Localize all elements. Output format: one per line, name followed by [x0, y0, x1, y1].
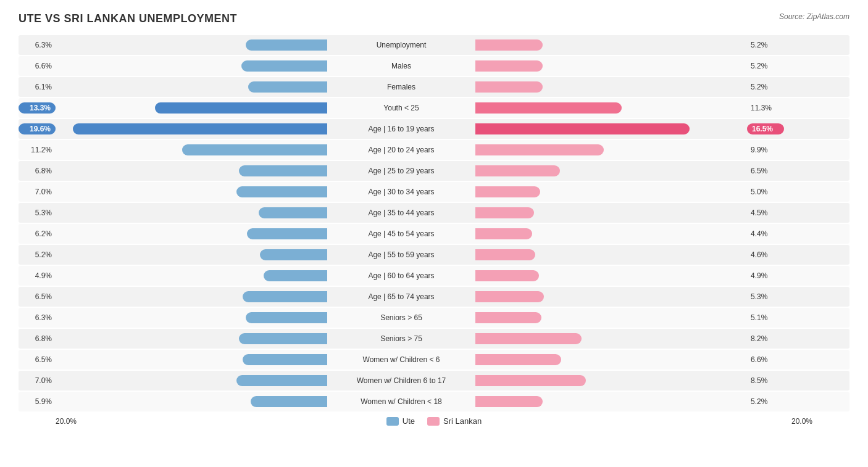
right-bar	[475, 123, 690, 134]
right-bar	[475, 165, 560, 176]
left-bar-wrap	[56, 60, 327, 72]
row-label: Age | 45 to 54 years	[327, 229, 475, 238]
right-bar	[475, 186, 540, 197]
right-bar	[475, 354, 561, 365]
left-bar	[155, 102, 327, 114]
right-value: 11.3%	[747, 104, 784, 112]
left-value: 6.8%	[19, 334, 56, 343]
bar-row: 6.5% Women w/ Children < 6 6.6%	[19, 350, 849, 370]
left-bar-wrap	[56, 228, 327, 239]
scale-left: 20.0%	[56, 417, 77, 426]
row-label: Women w/ Children 6 to 17	[327, 376, 475, 385]
right-value: 4.9%	[747, 271, 784, 280]
row-label: Females	[327, 83, 475, 91]
left-bar	[246, 39, 327, 51]
right-bar-wrap	[475, 375, 747, 386]
right-bar	[475, 270, 539, 281]
row-inner: 6.2% Age | 45 to 54 years 4.4%	[19, 226, 849, 241]
row-label: Age | 35 to 44 years	[327, 209, 475, 217]
left-bar	[241, 60, 327, 72]
left-bar	[236, 186, 327, 197]
right-value: 16.5%	[747, 123, 784, 134]
row-label: Age | 30 to 34 years	[327, 188, 475, 196]
chart-container: UTE VS SRI LANKAN UNEMPLOYMENT Source: Z…	[19, 12, 849, 426]
chart-source: Source: ZipAtlas.com	[779, 12, 849, 21]
right-bar-wrap	[475, 270, 747, 281]
left-bar	[248, 81, 327, 93]
bar-row: 7.0% Women w/ Children 6 to 17 8.5%	[19, 371, 849, 391]
right-bar-wrap	[475, 312, 747, 323]
left-value: 7.0%	[19, 188, 56, 196]
row-label: Age | 55 to 59 years	[327, 250, 475, 259]
left-bar-wrap	[56, 375, 327, 386]
row-inner: 6.5% Age | 65 to 74 years 5.3%	[19, 289, 849, 304]
right-bar	[475, 144, 604, 155]
left-bar	[259, 207, 327, 218]
row-inner: 5.2% Age | 55 to 59 years 4.6%	[19, 247, 849, 262]
left-bar	[243, 354, 327, 365]
right-value: 5.1%	[747, 313, 784, 322]
row-label: Age | 20 to 24 years	[327, 146, 475, 154]
right-bar	[475, 396, 543, 407]
left-bar	[182, 144, 327, 155]
left-value: 11.2%	[19, 146, 56, 154]
row-label: Seniors > 75	[327, 334, 475, 343]
left-value: 5.2%	[19, 250, 56, 259]
bar-row: 5.9% Women w/ Children < 18 5.2%	[19, 392, 849, 411]
legend-srilanka: Sri Lankan	[427, 416, 482, 426]
left-bar-wrap	[56, 165, 327, 176]
left-value: 19.6%	[19, 123, 56, 134]
left-bar-wrap	[56, 312, 327, 323]
bar-row: 7.0% Age | 30 to 34 years 5.0%	[19, 182, 849, 202]
left-bar-wrap	[56, 39, 327, 51]
row-inner: 13.3% Youth < 25 11.3%	[19, 101, 849, 115]
right-value: 8.2%	[747, 334, 784, 343]
bar-row: 4.9% Age | 60 to 64 years 4.9%	[19, 266, 849, 286]
right-value: 5.2%	[747, 41, 784, 49]
legend: Ute Sri Lankan	[386, 416, 482, 426]
left-value: 6.3%	[19, 41, 56, 49]
row-label: Youth < 25	[327, 104, 475, 112]
left-bar	[239, 333, 327, 344]
chart-header: UTE VS SRI LANKAN UNEMPLOYMENT Source: Z…	[19, 12, 849, 25]
scale-right: 20.0%	[791, 417, 812, 426]
right-bar	[475, 39, 543, 51]
bar-row: 6.6% Males 5.2%	[19, 56, 849, 76]
row-label: Seniors > 65	[327, 313, 475, 322]
right-bar	[475, 228, 532, 239]
bar-row: 13.3% Youth < 25 11.3%	[19, 98, 849, 118]
left-bar	[247, 228, 327, 239]
chart-title: UTE VS SRI LANKAN UNEMPLOYMENT	[19, 12, 237, 25]
left-bar	[264, 270, 327, 281]
left-bar	[236, 375, 327, 386]
row-inner: 7.0% Age | 30 to 34 years 5.0%	[19, 184, 849, 199]
left-bar	[243, 291, 327, 302]
left-bar	[73, 123, 327, 134]
right-value: 4.6%	[747, 250, 784, 259]
legend-ute: Ute	[386, 416, 415, 426]
chart-body: 6.3% Unemployment 5.2% 6.6% Males 5.2% 6…	[19, 35, 849, 411]
row-label: Women w/ Children < 18	[327, 397, 475, 406]
bar-row: 19.6% Age | 16 to 19 years 16.5%	[19, 119, 849, 139]
left-bar-wrap	[56, 333, 327, 344]
right-bar-wrap	[475, 123, 747, 134]
bar-row: 6.3% Seniors > 65 5.1%	[19, 308, 849, 328]
legend-swatch-ute	[386, 417, 399, 426]
left-bar	[246, 312, 327, 323]
legend-label-srilanka: Sri Lankan	[443, 416, 482, 426]
left-value: 6.2%	[19, 229, 56, 238]
left-bar-wrap	[56, 249, 327, 260]
bar-row: 6.1% Females 5.2%	[19, 77, 849, 97]
left-bar-wrap	[56, 270, 327, 281]
left-value: 6.5%	[19, 292, 56, 301]
row-inner: 19.6% Age | 16 to 19 years 16.5%	[19, 122, 849, 136]
left-bar-wrap	[56, 144, 327, 155]
right-value: 4.4%	[747, 229, 784, 238]
row-label: Age | 25 to 29 years	[327, 167, 475, 175]
right-bar-wrap	[475, 396, 747, 407]
left-bar-wrap	[56, 123, 327, 134]
left-bar-wrap	[56, 81, 327, 93]
row-label: Age | 65 to 74 years	[327, 292, 475, 301]
right-value: 6.6%	[747, 355, 784, 364]
row-label: Unemployment	[327, 41, 475, 49]
